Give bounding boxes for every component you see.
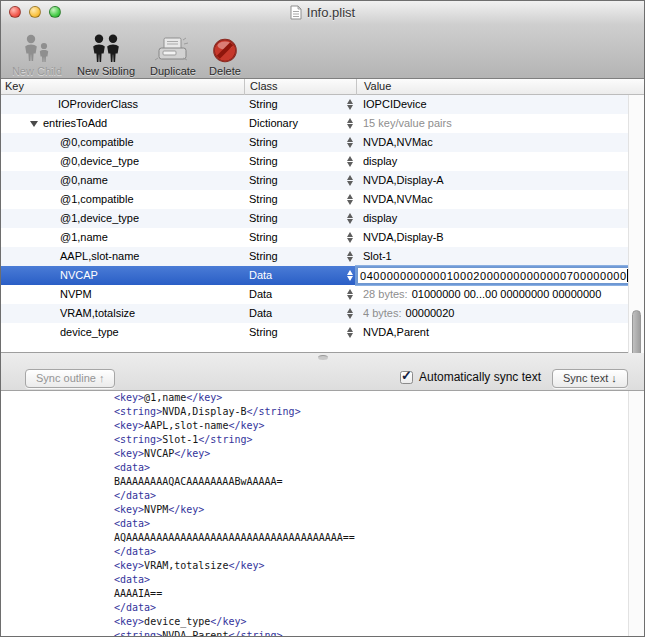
new-child-label: New Child	[12, 65, 62, 77]
table-row[interactable]: NVPM Data 28 bytes:01000000 00...00 0000…	[1, 285, 630, 304]
column-header-class[interactable]: Class	[244, 79, 356, 95]
table-row[interactable]: entriesToAdd Dictionary 15 key/value pai…	[1, 114, 630, 133]
xml-line: <key>device_type</key>	[1, 615, 630, 629]
value-cell[interactable]: 4 bytes:00000020	[363, 304, 612, 323]
zoom-button[interactable]	[49, 6, 61, 18]
close-button[interactable]	[9, 6, 21, 18]
table-row[interactable]: @0,compatible String NVDA,NVMac	[1, 133, 630, 152]
value-cell[interactable]: 28 bytes:01000000 00...00 00000000 00000…	[363, 285, 612, 304]
xml-line: <key>VRAM,totalsize</key>	[1, 559, 630, 573]
checkmark-icon: ✓	[401, 368, 412, 383]
table-row[interactable]: @1,compatible String NVDA,NVMac	[1, 190, 630, 209]
xml-line: </data>	[1, 489, 630, 503]
table-row[interactable]: @1,name String NVDA,Display-B	[1, 228, 630, 247]
xml-line: <key>AAPL,slot-name</key>	[1, 419, 630, 433]
value-cell[interactable]: NVDA,NVMac	[363, 190, 612, 209]
value-stepper-icon[interactable]	[346, 288, 354, 301]
value-stepper-icon[interactable]	[346, 117, 354, 130]
titlebar[interactable]: Info.plist	[1, 1, 644, 23]
value-cell[interactable]: display	[363, 209, 612, 228]
table-row[interactable]: @1,device_type String display	[1, 209, 630, 228]
table-row[interactable]: device_type String NVDA,Parent	[1, 323, 630, 342]
table-row[interactable]: @0,device_type String display	[1, 152, 630, 171]
key-cell: AAPL,slot-name	[1, 247, 244, 266]
value-stepper-icon[interactable]	[346, 155, 354, 168]
xml-scrollbar-track[interactable]	[628, 391, 644, 637]
auto-sync-checkbox[interactable]: ✓	[400, 371, 413, 384]
value-stepper-icon[interactable]	[346, 326, 354, 339]
value-stepper-icon[interactable]	[346, 212, 354, 225]
value-stepper-icon[interactable]	[346, 98, 354, 111]
plist-editor-window: Info.plist New Child	[0, 0, 645, 637]
table-row[interactable]: VRAM,totalsize Data 4 bytes:00000020	[1, 304, 630, 323]
class-cell[interactable]: String	[249, 209, 345, 228]
key-cell: @0,name	[1, 171, 244, 190]
xml-line: <key>NVPM</key>	[1, 503, 630, 517]
class-cell[interactable]: String	[249, 133, 345, 152]
plist-outline: IOProviderClass String IOPCIDevice entri…	[1, 95, 644, 353]
value-cell[interactable]: NVDA,Display-B	[363, 228, 612, 247]
value-cell[interactable]: NVDA,Display-A	[363, 171, 612, 190]
table-row[interactable]: @0,name String NVDA,Display-A	[1, 171, 630, 190]
xml-line: <data>	[1, 517, 630, 531]
class-cell[interactable]: Data	[249, 266, 345, 285]
value-cell[interactable]: display	[363, 152, 612, 171]
class-cell[interactable]: Dictionary	[249, 114, 345, 133]
xml-line: <string>NVDA,Display-B</string>	[1, 405, 630, 419]
new-child-button[interactable]: New Child	[5, 25, 69, 77]
xml-line: BAAAAAAAAQACAAAAAAAABwAAAAA=	[1, 475, 630, 489]
class-cell[interactable]: String	[249, 152, 345, 171]
class-cell[interactable]: Data	[249, 285, 345, 304]
table-row[interactable]: AAPL,slot-name String Slot-1	[1, 247, 630, 266]
nvcap-value-input[interactable]: 0400000000000100020000000000000700000000	[357, 267, 629, 284]
delete-button[interactable]: Delete	[205, 25, 245, 77]
new-sibling-button[interactable]: New Sibling	[73, 25, 139, 77]
value-stepper-icon[interactable]	[346, 136, 354, 149]
document-icon	[290, 5, 302, 20]
key-cell: VRAM,totalsize	[1, 304, 244, 323]
xml-source-editor[interactable]: <key>@1,name</key><string>NVDA,Display-B…	[1, 391, 630, 637]
class-cell[interactable]: Data	[249, 304, 345, 323]
window-title: Info.plist	[307, 5, 355, 20]
data-hex-preview: 00000020	[406, 307, 455, 319]
column-header-value[interactable]: Value	[356, 79, 644, 95]
xml-line: AAAAIA==	[1, 587, 630, 601]
class-cell[interactable]: String	[249, 323, 345, 342]
duplicate-icon	[153, 32, 193, 64]
xml-line: <string>NVDA,Parent</string>	[1, 629, 630, 637]
column-header-key[interactable]: Key	[1, 79, 244, 95]
sync-text-button[interactable]: Sync text ↓	[552, 369, 628, 388]
value-cell[interactable]: NVDA,Parent	[363, 323, 612, 342]
value-cell[interactable]: NVDA,NVMac	[363, 133, 612, 152]
key-cell: @1,device_type	[1, 209, 244, 228]
value-stepper-icon[interactable]	[346, 269, 354, 282]
value-cell[interactable]: Slot-1	[363, 247, 612, 266]
splitter-handle[interactable]	[318, 355, 328, 360]
key-cell: device_type	[1, 323, 244, 342]
toolbar: New Child New Sibling	[1, 23, 644, 79]
delete-icon	[212, 32, 238, 64]
key-cell: @1,name	[1, 228, 244, 247]
value-stepper-icon[interactable]	[346, 193, 354, 206]
class-cell[interactable]: String	[249, 190, 345, 209]
duplicate-button[interactable]: Duplicate	[143, 25, 203, 77]
outline-scrollbar-track[interactable]	[628, 95, 644, 353]
window-chrome: Info.plist New Child	[1, 1, 644, 79]
value-stepper-icon[interactable]	[346, 231, 354, 244]
xml-line: </data>	[1, 601, 630, 615]
table-header: Key Class Value	[1, 79, 644, 95]
minimize-button[interactable]	[29, 6, 41, 18]
value-stepper-icon[interactable]	[346, 174, 354, 187]
xml-line: <string>Slot-1</string>	[1, 433, 630, 447]
class-cell[interactable]: String	[249, 247, 345, 266]
value-cell[interactable]: IOPCIDevice	[363, 95, 612, 114]
key-cell: @0,device_type	[1, 152, 244, 171]
class-cell[interactable]: String	[249, 228, 345, 247]
value-stepper-icon[interactable]	[346, 250, 354, 263]
class-cell[interactable]: String	[249, 171, 345, 190]
table-row[interactable]: IOProviderClass String IOPCIDevice	[1, 95, 630, 114]
sync-outline-button[interactable]: Sync outline ↑	[25, 369, 115, 388]
value-stepper-icon[interactable]	[346, 307, 354, 320]
class-cell[interactable]: String	[249, 95, 345, 114]
table-row-selected[interactable]: NVCAP Data 04000000000001000200000000000…	[1, 266, 630, 285]
